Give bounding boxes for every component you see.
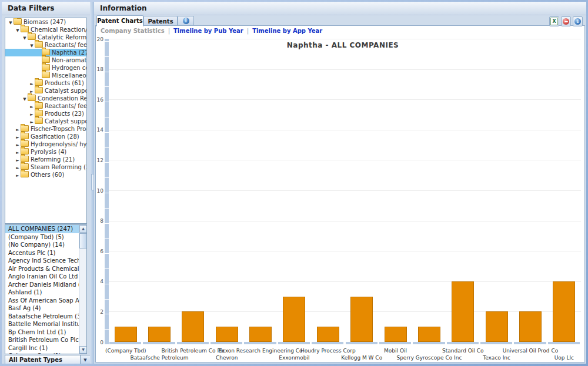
- tree-item[interactable]: ▼Condensation Reaction (23): [5, 95, 86, 102]
- company-list-item[interactable]: Accentus Plc (1): [5, 249, 86, 257]
- bar[interactable]: [519, 311, 542, 342]
- company-list-item[interactable]: Battelle Memorial Institute (4): [5, 320, 86, 328]
- company-list-item[interactable]: Anglo Iranian Oil Co Ltd (1): [5, 273, 86, 281]
- bar[interactable]: [553, 281, 575, 342]
- subnav-timeline-by-app-year[interactable]: Timeline by App Year: [252, 28, 322, 34]
- tree-item[interactable]: ►Reactants/ feedstock (23): [5, 102, 86, 110]
- tree-item[interactable]: ►Catalyst support (7): [5, 117, 86, 125]
- tree-item[interactable]: ►Hydrogenolysis/ hydrogenation: [5, 140, 86, 148]
- patent-type-value: All Patent Types: [9, 357, 62, 363]
- bar[interactable]: [249, 327, 272, 342]
- folder-icon: [21, 133, 29, 139]
- folder-icon: [21, 125, 29, 132]
- company-list-item[interactable]: Bp Chem Int Ltd (1): [5, 328, 86, 337]
- folder-icon: [35, 41, 43, 48]
- bar[interactable]: [452, 281, 474, 342]
- collapse-arrow-icon[interactable]: ▼: [29, 42, 35, 50]
- company-list-item[interactable]: Bataafsche Petroleum (3): [5, 313, 86, 321]
- tree-item[interactable]: ►Pyrolysis (4): [5, 148, 86, 156]
- tab-bar: Patent Charts Patents i: [95, 15, 585, 26]
- bar[interactable]: [350, 297, 373, 342]
- patent-type-dropdown[interactable]: All Patent Types ▼: [5, 355, 90, 364]
- tree-item-label: Naphtha (27): [52, 49, 87, 56]
- excel-export-icon[interactable]: X: [549, 16, 559, 26]
- gridline: [109, 160, 581, 160]
- expand-arrow-icon[interactable]: ►: [15, 172, 21, 180]
- company-list-item[interactable]: ALL COMPANIES (247): [5, 225, 86, 233]
- collapse-arrow-icon[interactable]: ▼: [15, 27, 21, 35]
- company-list-item[interactable]: Air Products & Chemicals (1): [5, 265, 86, 273]
- company-list-item[interactable]: British Petroleum Co Plc (13): [5, 336, 86, 344]
- folder-icon: [21, 156, 29, 162]
- folder-icon: [28, 33, 36, 40]
- tree-item[interactable]: Non-aromatic hydrocarbons: [5, 56, 86, 64]
- company-list-item[interactable]: Cargill Inc (1): [5, 344, 86, 352]
- folder-icon: [42, 49, 50, 55]
- tree-item[interactable]: ►Gasification (28): [5, 133, 86, 140]
- collapse-arrow-icon[interactable]: ▼: [22, 35, 28, 42]
- scrollbar-thumb[interactable]: [79, 233, 87, 249]
- bar[interactable]: [385, 327, 407, 342]
- company-list-item[interactable]: Archer Daniels Midland (1): [5, 281, 86, 289]
- tree-item[interactable]: ▼Biomass (247): [5, 18, 86, 26]
- tree-item[interactable]: ►Products (23): [5, 110, 86, 117]
- bar[interactable]: [216, 327, 238, 342]
- y-axis-tick-label: 14: [96, 127, 103, 133]
- folder-icon: [21, 148, 29, 155]
- tree-item[interactable]: ▼Chemical Reaction/ Process (24): [5, 26, 86, 33]
- company-list-item[interactable]: (No Company) (14): [5, 241, 86, 249]
- tree-item-label: Hydrogenolysis/ hydrogenation: [31, 141, 87, 147]
- bar[interactable]: [283, 297, 305, 342]
- y-axis-tick-label: 10: [96, 188, 103, 194]
- bar-pedestal: [447, 342, 479, 344]
- company-list-item[interactable]: Basf Ag (4): [5, 304, 86, 313]
- tree-item[interactable]: ►Fischer-Tropsch Process (4): [5, 125, 86, 133]
- remove-icon[interactable]: [561, 16, 571, 26]
- y-axis-tick-label: 12: [96, 157, 103, 163]
- company-list-item[interactable]: (Company Tbd) (5): [5, 233, 86, 241]
- tree-item-label: Chemical Reaction/ Process (24): [31, 26, 87, 33]
- company-scrollbar[interactable]: ▲ ▼: [79, 225, 86, 354]
- tree-item[interactable]: ►Products (61): [5, 79, 86, 87]
- tab-info[interactable]: i: [178, 16, 194, 26]
- company-list-item[interactable]: Ashland (1): [5, 288, 86, 297]
- tree-item[interactable]: ►Catalyst support (44): [5, 87, 86, 95]
- panel-splitter[interactable]: [90, 2, 94, 364]
- subnav-separator: |: [247, 28, 249, 34]
- folder-icon: [35, 110, 43, 116]
- tree-item[interactable]: ▼Reactants/ feedstock (64): [5, 41, 86, 49]
- bar[interactable]: [182, 311, 204, 342]
- bar-pedestal: [548, 342, 580, 344]
- bar[interactable]: [148, 327, 171, 342]
- tree-item-label: Gasification (28): [31, 133, 79, 140]
- scroll-down-icon[interactable]: ▼: [79, 346, 87, 354]
- company-list-item[interactable]: Agency Ind Science Techn (3): [5, 257, 86, 265]
- company-list-item[interactable]: Ass Of American Soap And Glyce (2): [5, 297, 86, 305]
- gridline: [109, 221, 581, 221]
- tree-item-label: Biomass (247): [24, 19, 66, 25]
- information-title: Information: [94, 2, 586, 15]
- tree-item[interactable]: Miscellaneous (22): [5, 72, 86, 79]
- company-list-item[interactable]: Celanese Corp (1): [5, 352, 86, 354]
- tab-patents[interactable]: Patents: [143, 16, 178, 26]
- tab-patent-charts[interactable]: Patent Charts: [96, 15, 143, 26]
- chevron-down-icon[interactable]: ▼: [80, 355, 90, 364]
- scroll-up-icon[interactable]: ▲: [79, 225, 87, 233]
- bar[interactable]: [115, 327, 137, 342]
- tree-item[interactable]: ►Steam Reforming (29): [5, 163, 86, 171]
- subnav-timeline-by-pub-year[interactable]: Timeline by Pub Year: [173, 28, 243, 34]
- gridline: [109, 130, 581, 130]
- information-panel: Information Patent Charts Patents i X ↓ …: [94, 2, 586, 364]
- tree-item[interactable]: ►Others (60): [5, 171, 86, 179]
- bar[interactable]: [317, 327, 339, 342]
- bar[interactable]: [418, 327, 440, 342]
- gridline: [109, 39, 581, 39]
- tree-item[interactable]: Naphtha (27): [5, 49, 86, 56]
- tree-item[interactable]: ►Reforming (21): [5, 156, 86, 163]
- download-icon[interactable]: ↓: [573, 16, 583, 26]
- bar[interactable]: [486, 311, 508, 342]
- collapse-arrow-icon[interactable]: ▼: [22, 96, 28, 103]
- collapse-arrow-icon[interactable]: ▼: [8, 19, 14, 27]
- tree-item[interactable]: Hydrogen containing compounds: [5, 64, 86, 72]
- filter-tree: ▼Biomass (247)▼Chemical Reaction/ Proces…: [5, 18, 87, 224]
